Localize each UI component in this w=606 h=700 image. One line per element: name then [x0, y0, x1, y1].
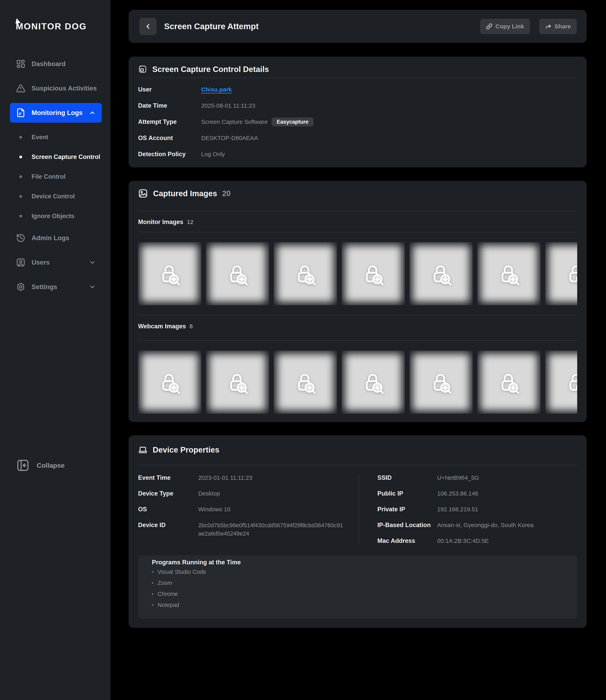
monitor-images-count: 12 [187, 219, 193, 225]
program-name: Notepad [158, 602, 179, 608]
detail-row-attempt-type: Attempt Type Screen Capture Software Eas… [138, 117, 577, 127]
bullet-icon [19, 175, 22, 178]
field-value: Log Only [201, 151, 225, 158]
lock-zoom-icon [562, 367, 577, 397]
history-clock-icon [16, 233, 25, 243]
lock-zoom-icon [223, 259, 252, 288]
lock-zoom-icon [494, 367, 524, 397]
captured-image-thumbnail[interactable] [206, 242, 269, 305]
prop-label: IP-Based Location [377, 521, 437, 530]
prop-value: 2023-01-01 11:11:23 [198, 473, 252, 483]
monitor-images-header: Monitor Images 12 [138, 218, 577, 226]
field-label: Attempt Type [138, 118, 201, 125]
share-icon [545, 23, 551, 30]
details-card-title-row: Screen Capture Control Details [138, 56, 577, 75]
sidebar-subitem-label: Device Control [31, 193, 75, 200]
detail-row-date-time: Date Time 2025-08-01 11:11:23 [138, 101, 577, 111]
bullet-icon [19, 195, 22, 198]
prop-row-mac-address: Mac Address 00:1A:2B:3C:4D:5E [377, 536, 577, 546]
copy-link-button[interactable]: Copy Link [480, 19, 530, 34]
page-title: Screen Capture Attempt [164, 22, 259, 31]
sidebar-subitem-ignore-objects[interactable]: Ignore Objects [10, 206, 102, 226]
divider [138, 211, 577, 211]
captured-image-thumbnail[interactable] [274, 242, 337, 305]
sidebar-subitem-event[interactable]: Event [10, 127, 102, 147]
captured-image-thumbnail[interactable] [410, 242, 473, 305]
page-header-card: Screen Capture Attempt Copy Link Share [129, 10, 587, 43]
detail-row-user: User Chisu.park [138, 85, 577, 94]
program-item: Visual Studio Code [152, 566, 563, 577]
sidebar-item-monitoring-logs[interactable]: Monitoring Logs [10, 103, 102, 123]
sidebar-item-label: Monitoring Logs [31, 109, 83, 117]
prop-label: Device ID [138, 521, 198, 530]
sidebar-subitem-label: File Control [31, 173, 66, 180]
sidebar-item-dashboard[interactable]: Dashboard [10, 54, 102, 74]
prop-row-public-ip: Public IP 106.253.86.146 [377, 489, 577, 498]
prop-label: Event Time [138, 473, 198, 483]
captured-image-thumbnail[interactable] [342, 242, 405, 305]
captured-image-thumbnail[interactable] [410, 351, 473, 414]
program-item: Chrome [152, 588, 563, 599]
share-button[interactable]: Share [539, 19, 577, 34]
device-properties-grid: Event Time 2023-01-01 11:11:23 Device Ty… [138, 473, 577, 552]
lock-zoom-icon [426, 367, 456, 397]
captured-image-thumbnail[interactable] [545, 242, 577, 305]
sidebar-item-settings[interactable]: Settings [10, 277, 102, 297]
device-card-title-row: Device Properties [138, 435, 577, 454]
prop-value: Ansan-si, Gyeonggi-do, South Korea [437, 521, 534, 530]
sidebar-subitem-label: Screen Capture Control [31, 153, 100, 161]
sidebar-item-suspicious-activities[interactable]: Suspicious Activities [10, 78, 102, 98]
bullet-icon [152, 571, 153, 573]
device-card-title: Device Properties [153, 445, 219, 454]
logo-dog-ear-icon [15, 18, 21, 24]
device-properties-right-column: SSID U+NetB964_5G Public IP 106.253.86.1… [358, 473, 577, 552]
user-link[interactable]: Chisu.park [201, 86, 232, 93]
captured-image-thumbnail[interactable] [274, 351, 337, 414]
back-button[interactable] [139, 18, 157, 35]
prop-row-device-type: Device Type Desktop [138, 489, 358, 498]
captured-image-thumbnail[interactable] [342, 351, 405, 414]
prop-value: 192.168.219.51 [437, 505, 479, 514]
collapse-sidebar-button[interactable]: Collapse [16, 458, 65, 473]
divider [138, 232, 577, 232]
sidebar-item-label: Suspicious Activities [31, 85, 97, 92]
prop-value: 106.253.86.146 [437, 489, 479, 498]
sidebar-subitem-device-control[interactable]: Device Control [10, 187, 102, 206]
prop-row-device-id: Device ID 2bc0d7b5bc96e0f514f430cdd56759… [138, 521, 358, 538]
programs-running-panel: Programs Running at the Time Visual Stud… [138, 555, 577, 619]
share-label: Share [555, 23, 571, 30]
lock-zoom-icon [426, 259, 456, 288]
captured-image-thumbnail[interactable] [477, 351, 540, 414]
program-item: Notepad [152, 599, 563, 610]
sidebar-item-users[interactable]: Users [10, 252, 102, 272]
bullet-icon [19, 136, 22, 139]
field-label: OS Account [138, 135, 201, 142]
webcam-images-label: Webcam Images [138, 323, 186, 330]
captured-image-thumbnail[interactable] [545, 351, 577, 414]
captured-image-thumbnail[interactable] [138, 242, 201, 305]
monitor-images-label: Monitor Images [138, 218, 183, 225]
sidebar-item-admin-logs[interactable]: Admin Logs [10, 228, 102, 248]
bullet-icon [152, 593, 153, 595]
prop-value: 00:1A:2B:3C:4D:5E [437, 536, 489, 546]
field-value: Screen Capture Software [201, 119, 268, 125]
chevron-up-icon [89, 109, 96, 116]
captured-image-thumbnail[interactable] [138, 351, 201, 414]
field-value: 2025-08-01 11:11:23 [201, 102, 255, 109]
app-logo[interactable]: MONITOR DOG [16, 21, 87, 31]
lock-zoom-icon [562, 259, 577, 288]
field-label: User [138, 86, 201, 93]
device-properties-card: Device Properties Event Time 2023-01-01 … [129, 435, 587, 628]
captured-image-thumbnail[interactable] [206, 351, 269, 414]
lock-zoom-icon [494, 259, 524, 288]
sidebar-subitem-file-control[interactable]: File Control [10, 167, 102, 187]
screen-capture-region-icon [138, 65, 147, 74]
sidebar-subitem-screen-capture-control[interactable]: Screen Capture Control [10, 147, 102, 167]
sidebar-item-label: Dashboard [31, 60, 66, 68]
prop-label: SSID [377, 473, 437, 483]
prop-label: Private IP [377, 505, 437, 514]
captured-image-thumbnail[interactable] [477, 242, 540, 305]
sidebar-item-label: Admin Logs [31, 234, 69, 242]
image-icon [138, 189, 148, 198]
prop-row-ssid: SSID U+NetB964_5G [377, 473, 577, 483]
